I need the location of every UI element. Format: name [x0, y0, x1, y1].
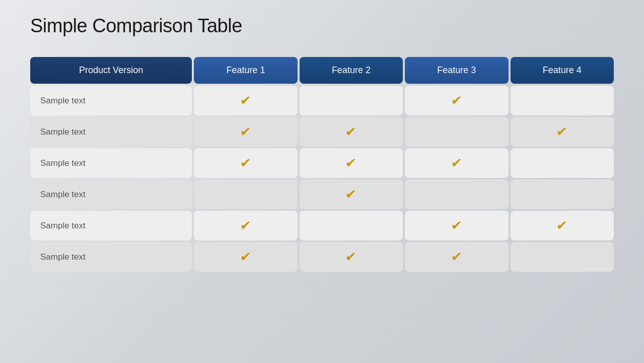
header-feature3: Feature 3	[405, 57, 508, 84]
feature-cell-4	[511, 86, 614, 115]
feature-cell-2: ✔	[300, 242, 403, 272]
feature-cell-3	[405, 179, 508, 209]
feature-cell-3: ✔	[405, 242, 508, 272]
checkmark-icon: ✔	[345, 124, 357, 140]
checkmark-icon: ✔	[556, 124, 568, 140]
checkmark-icon: ✔	[450, 218, 463, 233]
checkmark-icon: ✔	[240, 93, 252, 108]
comparison-table: Product Version Feature 1 Feature 2 Feat…	[30, 57, 614, 272]
feature-cell-4	[511, 179, 614, 209]
feature-cell-1: ✔	[194, 148, 297, 178]
feature-cell-1: ✔	[194, 117, 297, 147]
feature-cell-1	[194, 179, 297, 209]
feature-cell-4: ✔	[511, 211, 614, 240]
feature-cell-3	[405, 117, 508, 147]
header-feature2: Feature 2	[300, 57, 403, 84]
checkmark-icon: ✔	[240, 249, 252, 265]
feature-cell-3: ✔	[405, 148, 508, 178]
header-feature4: Feature 4	[511, 57, 614, 84]
row-label: Sample text	[30, 117, 192, 147]
feature-cell-2	[300, 211, 403, 240]
checkmark-icon: ✔	[240, 218, 252, 233]
row-label: Sample text	[30, 242, 192, 272]
feature-cell-1: ✔	[194, 86, 297, 115]
table-row: Sample text✔✔	[30, 86, 614, 115]
feature-cell-2	[300, 86, 403, 115]
table-row: Sample text✔✔✔	[30, 117, 614, 147]
feature-cell-1: ✔	[194, 211, 297, 240]
checkmark-icon: ✔	[240, 155, 252, 171]
header-product: Product Version	[30, 57, 192, 84]
feature-cell-4	[511, 242, 614, 272]
table-header: Product Version Feature 1 Feature 2 Feat…	[30, 57, 614, 84]
checkmark-icon: ✔	[450, 155, 463, 171]
table-row: Sample text✔✔✔	[30, 242, 614, 272]
row-label: Sample text	[30, 86, 192, 115]
checkmark-icon: ✔	[240, 124, 252, 140]
feature-cell-3: ✔	[405, 86, 508, 115]
feature-cell-2: ✔	[300, 179, 403, 209]
checkmark-icon: ✔	[556, 218, 568, 233]
checkmark-icon: ✔	[345, 249, 357, 265]
feature-cell-2: ✔	[300, 148, 403, 178]
row-label: Sample text	[30, 148, 192, 178]
checkmark-icon: ✔	[345, 155, 357, 171]
checkmark-icon: ✔	[450, 249, 463, 265]
feature-cell-3: ✔	[405, 211, 508, 240]
checkmark-icon: ✔	[450, 93, 463, 108]
row-label: Sample text	[30, 211, 192, 240]
feature-cell-4	[511, 148, 614, 178]
feature-cell-1: ✔	[194, 242, 297, 272]
table-row: Sample text✔	[30, 179, 614, 209]
table-row: Sample text✔✔✔	[30, 211, 614, 240]
feature-cell-4: ✔	[511, 117, 614, 147]
feature-cell-2: ✔	[300, 117, 403, 147]
page-title: Simple Comparison Table	[30, 15, 614, 37]
table-body: Sample text✔✔Sample text✔✔✔Sample text✔✔…	[30, 86, 614, 272]
header-feature1: Feature 1	[194, 57, 297, 84]
row-label: Sample text	[30, 179, 192, 209]
checkmark-icon: ✔	[345, 187, 357, 202]
table-row: Sample text✔✔✔	[30, 148, 614, 178]
